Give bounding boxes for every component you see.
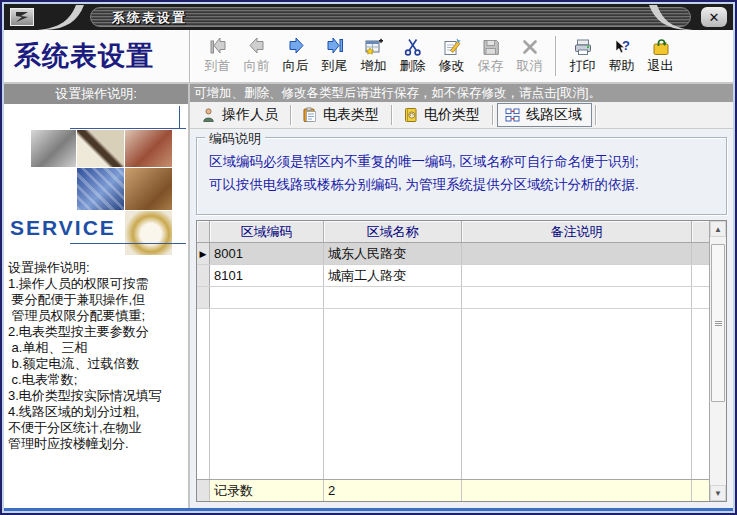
- instruction-line: b.额定电流、过载倍数: [8, 356, 186, 372]
- svg-text:?: ?: [622, 38, 630, 53]
- filler-column: [462, 309, 692, 479]
- tab-price-types[interactable]: 电价类型: [396, 104, 489, 126]
- row-marker-icon: ▶: [200, 249, 207, 259]
- notice-bar: 可增加、删除、修改各类型后请进行保存，如不保存修改，请点击[取消]。: [190, 84, 733, 102]
- scroll-down-button[interactable]: ▼: [710, 485, 726, 501]
- instruction-line: 管理时应按楼幢划分.: [8, 436, 186, 452]
- table-row[interactable]: 8101 城南工人路变: [197, 265, 709, 287]
- print-button[interactable]: 打印: [564, 32, 601, 80]
- close-button[interactable]: ✕: [701, 7, 727, 27]
- instruction-line: 要分配便于兼职操作,但: [8, 292, 186, 308]
- cell-name[interactable]: 城南工人路变: [324, 265, 462, 286]
- photo-keyboard: [77, 168, 124, 210]
- last-icon: [325, 38, 345, 56]
- decorative-line: [70, 128, 186, 129]
- cell-remark[interactable]: [462, 265, 692, 286]
- last-button[interactable]: 到尾: [316, 32, 353, 80]
- grid-header-indicator: [197, 221, 210, 242]
- photo-hand: [125, 168, 172, 210]
- main-panel: 可增加、删除、修改各类型后请进行保存，如不保存修改，请点击[取消]。 操作人员: [190, 84, 733, 508]
- footer-filler: [692, 480, 709, 501]
- instruction-line: 设置操作说明:: [8, 260, 186, 276]
- delete-button[interactable]: 删除: [394, 32, 431, 80]
- body: 设置操作说明: SERVICE 设置操作说明: 1.操作人员的权限可按需 要分配…: [4, 84, 733, 508]
- scroll-track[interactable]: [710, 237, 726, 485]
- grid-header-row: 区域编码 区域名称 备注说明: [197, 221, 709, 243]
- footer-empty: [462, 480, 692, 501]
- help-button[interactable]: ? 帮助: [603, 32, 640, 80]
- instruction-line: 2.电表类型按主要参数分: [8, 324, 186, 340]
- cell-code[interactable]: 8001: [210, 243, 324, 264]
- scroll-up-button[interactable]: ▲: [710, 221, 726, 237]
- column-header-code[interactable]: 区域编码: [210, 221, 324, 242]
- row-indicator: [197, 287, 210, 308]
- scroll-thumb[interactable]: [711, 244, 725, 402]
- print-icon: [573, 38, 593, 56]
- instruction-line: 1.操作人员的权限可按需: [8, 276, 186, 292]
- last-label: 到尾: [322, 57, 348, 75]
- exit-icon: [651, 38, 671, 56]
- first-label: 到首: [205, 57, 231, 75]
- grid-header-filler: [692, 221, 709, 242]
- page-title: 系统表设置: [14, 38, 154, 74]
- vertical-scrollbar[interactable]: ▲ ▼: [709, 221, 726, 501]
- tab-line-regions[interactable]: 线路区域: [497, 103, 592, 127]
- window-title: 系统表设置: [112, 9, 187, 27]
- cell-remark[interactable]: [462, 243, 692, 264]
- cancel-button[interactable]: 取消: [511, 32, 548, 80]
- exit-button[interactable]: 退出: [642, 32, 679, 80]
- save-button[interactable]: 保存: [472, 32, 509, 80]
- toolbar: 到首 向前 向后 到尾: [190, 30, 680, 82]
- next-button[interactable]: 向后: [277, 32, 314, 80]
- column-header-remark[interactable]: 备注说明: [462, 221, 692, 242]
- cell-name[interactable]: 城东人民路变: [324, 243, 462, 264]
- first-button[interactable]: 到首: [199, 32, 236, 80]
- delete-icon: [403, 38, 423, 56]
- prev-label: 向前: [244, 57, 270, 75]
- delete-label: 删除: [400, 57, 426, 75]
- tab-label: 线路区域: [526, 106, 582, 124]
- tab-meter-types[interactable]: 电表类型: [295, 104, 388, 126]
- header-band: 系统表设置 到首 向前 向后: [4, 30, 733, 84]
- cell-empty: [462, 287, 692, 308]
- cell-filler: [692, 243, 709, 264]
- tab-bar: 操作人员 电表类型: [190, 102, 733, 129]
- add-button[interactable]: 增加: [355, 32, 392, 80]
- region-grid: 区域编码 区域名称 备注说明 ▶ 8001 城东人民路变: [196, 220, 727, 502]
- cell-code[interactable]: 8101: [210, 265, 324, 286]
- prev-button[interactable]: 向前: [238, 32, 275, 80]
- print-label: 打印: [570, 57, 596, 75]
- save-icon: [481, 38, 501, 56]
- region-boxes-icon: [504, 107, 521, 123]
- cell-empty: [324, 287, 462, 308]
- instruction-line: 4.线路区域的划分过粗,: [8, 404, 186, 420]
- instruction-line: a.单相、三相: [8, 340, 186, 356]
- decorative-line: [179, 106, 180, 129]
- table-row[interactable]: ▶ 8001 城东人民路变: [197, 243, 709, 265]
- add-icon: [364, 38, 384, 56]
- tab-operators[interactable]: 操作人员: [194, 104, 287, 126]
- instructions: 设置操作说明: 1.操作人员的权限可按需 要分配便于兼职操作,但 管理员权限分配…: [4, 256, 188, 452]
- tab-separator: [492, 105, 494, 125]
- tab-label: 操作人员: [222, 106, 278, 124]
- column-header-name[interactable]: 区域名称: [324, 221, 462, 242]
- tab-separator: [290, 105, 292, 125]
- page-title-panel: 系统表设置: [4, 30, 190, 82]
- book-icon: [402, 107, 419, 123]
- filler-column: [324, 309, 462, 479]
- grid-footer-row: 记录数 2: [197, 479, 709, 501]
- modify-button[interactable]: 修改: [433, 32, 470, 80]
- help-label: 帮助: [609, 57, 635, 75]
- grid-table: 区域编码 区域名称 备注说明 ▶ 8001 城东人民路变: [197, 221, 709, 501]
- record-count-value: 2: [324, 480, 462, 501]
- cell-filler: [692, 287, 709, 308]
- modify-icon: [442, 38, 462, 56]
- grid-empty-area: [197, 309, 709, 479]
- cancel-icon: [520, 38, 540, 56]
- app-window: 系统表设置 ✕ 系统表设置 到首 向前: [0, 0, 737, 515]
- tab-label: 电价类型: [424, 106, 480, 124]
- save-label: 保存: [478, 57, 504, 75]
- photo-pen: [77, 130, 124, 167]
- instruction-line: 3.电价类型按实际情况填写: [8, 388, 186, 404]
- table-row-empty: [197, 287, 709, 309]
